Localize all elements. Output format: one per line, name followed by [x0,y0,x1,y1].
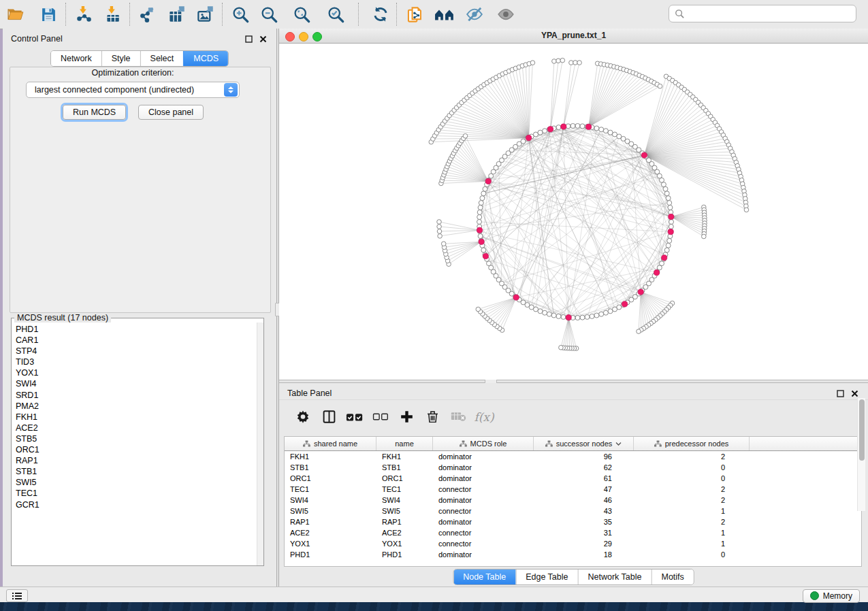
mcds-result-item[interactable]: ACE2 [16,423,255,433]
table-scrollbar-thumb[interactable] [859,399,865,461]
tab-edge-table[interactable]: Edge Table [515,569,577,584]
first-neighbors-icon[interactable] [433,3,456,26]
settings-icon[interactable] [290,406,316,429]
table-cell: STB1 [376,463,433,472]
column-header-shared-name[interactable]: shared name [285,437,376,450]
mcds-result-item[interactable]: STP4 [16,346,255,357]
column-header-name[interactable]: name [376,437,433,450]
tab-motifs[interactable]: Motifs [651,569,693,584]
open-session-icon[interactable] [4,3,27,26]
table-cell: 35 [534,518,623,526]
run-mcds-button[interactable]: Run MCDS [63,105,126,120]
mcds-result-item[interactable]: STB5 [16,433,255,444]
mcds-result-item[interactable]: SWI5 [16,477,255,488]
mcds-result-item[interactable]: SRD1 [16,390,255,401]
node-table[interactable]: shared namenameMCDS rolesuccessor nodesp… [284,436,862,567]
select-all-icon[interactable] [342,406,368,429]
mcds-result-item[interactable]: TEC1 [16,488,255,499]
table-row[interactable]: FKH1FKH1dominator962 [285,451,861,462]
zoom-selected-icon[interactable] [324,3,347,26]
import-table-icon[interactable] [101,3,124,26]
table-row[interactable]: TEC1TEC1connector472 [285,484,861,495]
export-image-icon[interactable] [193,3,216,26]
zoom-in-icon[interactable] [229,3,252,26]
import-network-icon[interactable] [72,3,95,26]
tab-style[interactable]: Style [101,51,140,66]
float-panel-icon[interactable] [835,388,846,399]
tab-network[interactable]: Network [51,51,101,66]
table-cell: TEC1 [376,485,433,493]
memory-button[interactable]: Memory [803,589,860,603]
table-panel-title: Table Panel [287,389,332,398]
column-label: name [395,440,414,448]
table-cell: ORC1 [285,474,376,482]
table-scrollbar[interactable] [857,398,865,511]
tab-network-table[interactable]: Network Table [578,569,652,584]
table-cell: connector [433,507,534,515]
mcds-result-item[interactable]: PHD1 [16,324,255,335]
column-header-MCDS-role[interactable]: MCDS role [433,437,534,450]
task-history-button[interactable] [6,589,28,602]
sort-desc-icon [615,442,622,446]
mcds-result-scrollbar[interactable] [257,323,263,565]
mcds-result-item[interactable]: PMA2 [16,401,255,412]
table-row[interactable]: STB1STB1dominator620 [285,462,861,473]
close-panel-icon[interactable] [257,33,268,44]
table-row[interactable]: ORC1ORC1dominator610 [285,473,861,484]
tab-node-table[interactable]: Node Table [453,569,515,584]
column-header-predecessor-nodes[interactable]: predecessor nodes [634,437,750,450]
table-cell: 62 [534,463,623,472]
table-row[interactable]: SWI5SWI5connector431 [285,506,861,516]
show-all-icon[interactable] [494,3,517,26]
zoom-fit-icon[interactable] [290,3,313,26]
export-table-icon[interactable] [165,3,188,26]
table-cell: 2 [623,452,732,461]
save-session-icon[interactable] [37,3,60,26]
search-box[interactable] [669,5,856,22]
toolbar-separator [358,3,359,26]
network-graph[interactable] [279,44,868,380]
optimization-criterion-select[interactable]: largest connected component (undirected) [26,82,240,98]
table-cell: SWI4 [376,496,433,504]
search-icon [675,9,685,19]
table-row[interactable]: YOX1YOX1connector291 [285,538,861,549]
zoom-out-icon[interactable] [257,3,280,26]
mcds-result-item[interactable]: YOX1 [16,367,255,378]
mcds-result-item[interactable]: STB1 [16,466,255,477]
show-columns-icon[interactable] [316,406,342,429]
close-panel-button[interactable]: Close panel [138,105,204,120]
refresh-layout-icon[interactable] [369,3,392,26]
hide-selected-icon[interactable] [463,3,486,26]
float-panel-icon[interactable] [243,33,254,44]
duplicate-network-icon[interactable] [403,3,426,26]
mcds-result-item[interactable]: SWI4 [16,378,255,389]
memory-status-icon [810,591,819,600]
column-header-successor-nodes[interactable]: successor nodes [534,437,634,450]
mcds-result-list[interactable]: PHD1CAR1STP4TID3YOX1SWI4SRD1PMA2FKH1ACE2… [16,324,255,563]
tab-mcds[interactable]: MCDS [183,51,228,66]
table-body: FKH1FKH1dominator962STB1STB1dominator620… [285,451,861,560]
search-input[interactable] [685,8,850,19]
table-row[interactable]: ACE2ACE2connector311 [285,527,861,538]
mcds-result-item[interactable]: GCR1 [16,499,255,510]
network-window-titlebar[interactable]: YPA_prune.txt_1 [279,29,868,44]
table-row[interactable]: PHD1PHD1dominator180 [285,549,861,560]
table-row[interactable]: RAP1RAP1dominator352 [285,516,861,527]
close-panel-icon[interactable] [849,388,860,399]
table-cell: dominator [433,518,534,526]
mcds-result-item[interactable]: CAR1 [16,335,255,346]
delete-columns-icon[interactable] [419,406,445,429]
table-cell: PHD1 [376,550,433,559]
function-builder-icon: f(x) [471,406,497,429]
clear-selection-icon[interactable] [368,406,393,429]
table-cell: YOX1 [285,540,376,548]
mcds-result-item[interactable]: ORC1 [16,444,255,455]
export-network-icon[interactable] [136,3,159,26]
mcds-result-item[interactable]: TID3 [16,357,255,367]
tab-select[interactable]: Select [140,51,184,66]
mcds-result-item[interactable]: FKH1 [16,412,255,423]
network-view[interactable] [279,44,868,380]
add-column-icon[interactable] [393,406,419,429]
mcds-result-item[interactable]: RAP1 [16,455,255,466]
table-row[interactable]: SWI4SWI4dominator462 [285,495,861,506]
